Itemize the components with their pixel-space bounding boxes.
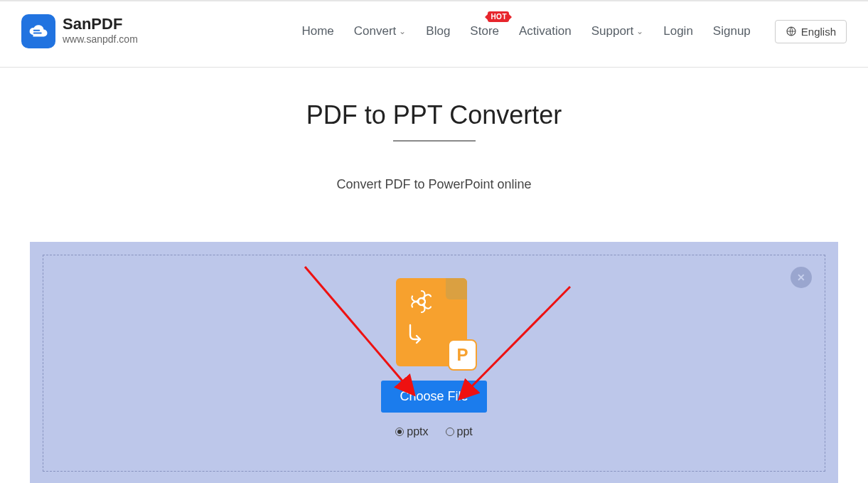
brand[interactable]: SanPDF www.sanpdf.com <box>21 14 138 48</box>
nav-support-label: Support <box>591 24 634 38</box>
title-rule <box>393 140 476 142</box>
language-label: English <box>801 26 836 38</box>
hot-badge: HOT <box>488 11 509 22</box>
page-subtitle: Convert PDF to PowerPoint online <box>30 177 838 192</box>
ppt-letter-icon: P <box>448 339 476 371</box>
nav-activation[interactable]: Activation <box>519 24 572 38</box>
choose-file-button[interactable]: Choose File <box>381 381 486 413</box>
logo-icon <box>21 14 55 48</box>
language-button[interactable]: English <box>775 20 847 43</box>
radio-dot-selected <box>395 428 404 436</box>
page-title: PDF to PPT Converter <box>30 100 838 130</box>
format-radios: pptx ppt <box>395 425 473 438</box>
nav-blog[interactable]: Blog <box>426 24 450 38</box>
upload-panel: ✕ <box>30 242 838 483</box>
chevron-down-icon: ⌄ <box>399 26 406 36</box>
agree-line: By using SanPDF Services, you agree to o… <box>43 472 825 483</box>
globe-icon <box>786 26 797 37</box>
nav-login[interactable]: Login <box>663 24 693 38</box>
radio-pptx-label: pptx <box>407 425 428 438</box>
nav-store[interactable]: Store HOT <box>470 24 499 38</box>
brand-title: SanPDF <box>63 16 138 33</box>
radio-dot <box>446 428 454 436</box>
chevron-down-icon: ⌄ <box>636 26 643 36</box>
radio-pptx[interactable]: pptx <box>395 425 428 438</box>
brand-subtitle: www.sanpdf.com <box>63 33 138 47</box>
nav-home[interactable]: Home <box>301 24 333 38</box>
radio-ppt-label: ppt <box>457 425 473 438</box>
nav-support[interactable]: Support ⌄ <box>591 24 644 38</box>
nav-convert-label: Convert <box>354 24 397 38</box>
main-nav: Home Convert ⌄ Blog Store HOT Activation… <box>301 20 847 43</box>
nav-signup[interactable]: Signup <box>713 24 751 38</box>
nav-convert[interactable]: Convert ⌄ <box>354 24 407 38</box>
radio-ppt[interactable]: ppt <box>446 425 473 438</box>
pdf-to-ppt-icon: P <box>396 278 473 368</box>
nav-store-label: Store <box>470 24 499 38</box>
drop-area[interactable]: ✕ <box>43 255 825 472</box>
close-icon[interactable]: ✕ <box>791 267 812 288</box>
